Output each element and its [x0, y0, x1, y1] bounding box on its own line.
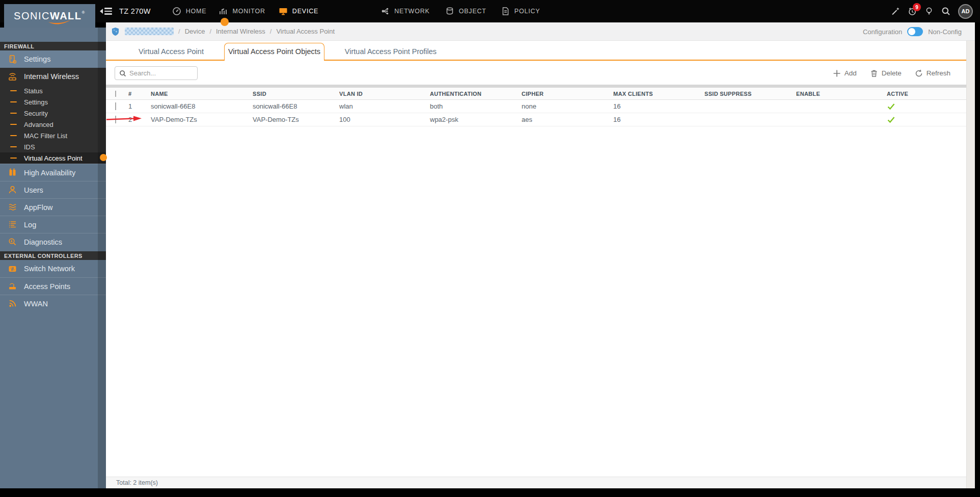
firewall-shield-icon: [111, 27, 120, 36]
internal-wireless-icon: [8, 72, 17, 82]
col-header-enable: ENABLE: [793, 91, 884, 97]
search-icon[interactable]: [941, 7, 950, 16]
refresh-icon: [915, 69, 923, 77]
col-header-ssid: SSID: [250, 91, 336, 97]
trash-icon: [870, 69, 878, 77]
configuration-label: Configuration: [863, 28, 902, 36]
nonconfig-label: Non-Config: [928, 28, 962, 36]
col-header-num: #: [125, 91, 148, 97]
appflow-icon: [8, 202, 17, 212]
col-header-name: NAME: [148, 91, 250, 97]
tab-virtual-access-point-objects[interactable]: Virtual Access Point Objects: [224, 43, 324, 61]
plus-icon: [833, 69, 841, 77]
search-input[interactable]: [129, 69, 193, 77]
nav-item-home[interactable]: HOME: [172, 7, 207, 16]
config-mode-toggle[interactable]: [907, 27, 923, 36]
sidebar-item-log[interactable]: Log: [0, 216, 106, 233]
sidebar-item-ids[interactable]: IDS: [0, 141, 106, 152]
dash-icon: [10, 158, 17, 159]
annotation-dot-device: [221, 18, 229, 26]
firewall-name-blurred: [125, 28, 174, 35]
search-icon: [119, 70, 126, 77]
cell-name: VAP-Demo-TZs: [148, 116, 250, 123]
collapse-menu-icon[interactable]: [100, 8, 112, 14]
device-icon: [279, 7, 288, 16]
access-points-icon: [8, 281, 17, 291]
dash-icon: [10, 113, 17, 114]
sidebar-scrollbar[interactable]: [98, 28, 106, 488]
log-icon: [8, 220, 17, 229]
sidebar-item-access-points[interactable]: Access Points: [0, 277, 106, 295]
sidebar-item-internal-wireless[interactable]: Internal Wireless: [0, 68, 106, 85]
refresh-button[interactable]: Refresh: [915, 69, 950, 77]
sidebar-item-mac-filter-list[interactable]: MAC Filter List: [0, 130, 106, 141]
top-nav-bar: TZ 270W HOME MONITOR: [0, 0, 980, 22]
high-availability-icon: [8, 168, 17, 177]
cell-name: sonicwall-66E8: [148, 102, 250, 110]
nav-item-monitor[interactable]: MONITOR: [219, 7, 265, 16]
row-checkbox[interactable]: [115, 102, 116, 110]
table-footer: Total: 2 item(s): [106, 477, 966, 488]
table-row[interactable]: 1 sonicwall-66E8 sonicwall-66E8 wlan bot…: [106, 100, 966, 113]
row-checkbox[interactable]: [115, 116, 116, 123]
sidebar-item-appflow[interactable]: AppFlow: [0, 198, 106, 216]
table-row[interactable]: 2 VAP-Demo-TZs VAP-Demo-TZs 100 wpa2-psk…: [106, 113, 966, 126]
cell-max-clients: 16: [610, 102, 701, 110]
cell-ssid: sonicwall-66E8: [250, 102, 336, 110]
sidebar-item-high-availability[interactable]: High Availability: [0, 164, 106, 181]
dash-icon: [10, 146, 17, 148]
cell-authentication: both: [427, 102, 519, 110]
sidebar: FIREWALL Settings Internal Wireless S: [0, 28, 106, 488]
notifications-clock-wrap[interactable]: 9: [908, 7, 917, 16]
breadcrumb-internal-wireless[interactable]: Internal Wireless: [216, 28, 265, 35]
sidebar-item-advanced[interactable]: Advanced: [0, 119, 106, 130]
sidebar-item-users[interactable]: Users: [0, 181, 106, 198]
sidebar-item-security[interactable]: Security: [0, 108, 106, 119]
lightbulb-icon[interactable]: [924, 7, 934, 16]
col-header-cipher: CIPHER: [519, 91, 610, 97]
logo-swoosh-icon: [47, 19, 72, 25]
cell-cipher: none: [519, 102, 610, 110]
object-icon: [445, 7, 454, 16]
tab-virtual-access-point-groups[interactable]: Virtual Access Point Groups: [127, 43, 215, 61]
hamburger-icon: [104, 8, 112, 14]
breadcrumb-device[interactable]: Device: [185, 28, 205, 35]
sidebar-item-wwan[interactable]: WWAN: [0, 295, 106, 312]
tab-virtual-access-point-profiles[interactable]: Virtual Access Point Profiles: [340, 43, 442, 61]
nav-item-object[interactable]: OBJECT: [445, 7, 486, 16]
cell-vlan-id: 100: [336, 116, 427, 123]
user-avatar[interactable]: AD: [958, 4, 973, 19]
sidebar-item-status[interactable]: Status: [0, 85, 106, 96]
col-header-max-clients: MAX CLIENTS: [610, 91, 701, 97]
sonicwall-app-screen: TZ 270W HOME MONITOR: [0, 0, 980, 497]
internal-wireless-section: Internal Wireless Status Settings Securi…: [0, 68, 106, 164]
col-header-active: ACTIVE: [884, 91, 966, 97]
nav-item-device[interactable]: DEVICE: [279, 7, 318, 16]
active-check-icon: [887, 102, 895, 111]
add-button[interactable]: Add: [833, 69, 857, 77]
col-header-authentication: AUTHENTICATION: [427, 91, 519, 97]
dash-icon: [10, 90, 17, 92]
select-all-checkbox[interactable]: [115, 91, 116, 97]
toggle-knob: [908, 28, 915, 35]
sidebar-item-wireless-settings[interactable]: Settings: [0, 96, 106, 108]
breadcrumb-virtual-access-point: Virtual Access Point: [276, 28, 335, 35]
nav-item-network[interactable]: NETWORK: [380, 7, 430, 16]
col-header-ssid-suppress: SSID SUPPRESS: [701, 91, 793, 97]
breadcrumb-bar: / Device / Internal Wireless / Virtual A…: [106, 22, 975, 41]
sidebar-item-settings[interactable]: Settings: [0, 50, 106, 68]
nav-item-policy[interactable]: POLICY: [501, 7, 540, 16]
delete-button[interactable]: Delete: [870, 69, 902, 77]
settings-server-icon: [8, 55, 17, 64]
sidebar-item-diagnostics[interactable]: Diagnostics: [0, 233, 106, 250]
sidebar-item-switch-network[interactable]: Switch Network: [0, 260, 106, 277]
vertical-scrollbar[interactable]: [966, 41, 975, 488]
col-header-vlan-id: VLAN ID: [336, 91, 427, 97]
active-check-icon: [887, 115, 895, 124]
collapse-arrow-icon: [100, 9, 103, 14]
cell-max-clients: 16: [610, 116, 701, 123]
home-icon: [172, 7, 181, 16]
cell-cipher: aes: [519, 116, 610, 123]
sidebar-item-virtual-access-point[interactable]: Virtual Access Point: [0, 152, 106, 164]
setup-wizard-icon[interactable]: [891, 7, 900, 16]
